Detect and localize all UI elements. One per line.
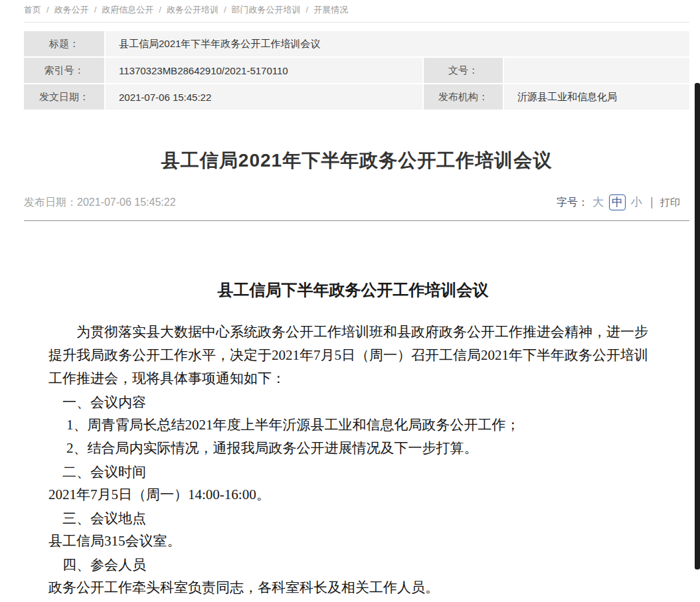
breadcrumb-separator: / — [224, 5, 226, 15]
breadcrumb-item[interactable]: 政务公开 — [54, 5, 89, 15]
meta-agency-label: 发布机构： — [424, 84, 503, 110]
meta-docnum-label: 文号： — [424, 58, 503, 83]
article-paragraph: 2、结合局内实际情况，通报我局政务公开进展情况及下一步打算。 — [66, 437, 657, 460]
font-size-label: 字号： — [557, 196, 588, 210]
meta-date-label: 发文日期： — [24, 84, 104, 110]
breadcrumb-divider — [24, 22, 689, 23]
vertical-scrollbar-thumb[interactable] — [695, 83, 700, 569]
breadcrumb-separator: / — [159, 5, 161, 15]
toolbar-separator — [652, 197, 652, 208]
meta-agency-value: 沂源县工业和信息化局 — [504, 84, 689, 110]
publish-date: 发布日期：2021-07-06 15:45:22 — [24, 196, 176, 210]
font-size-large-button[interactable]: 大 — [590, 194, 606, 210]
meta-title-value: 县工信局2021年下半年政务公开工作培训会议 — [106, 31, 689, 56]
article-paragraph: 一、会议内容 — [62, 390, 657, 414]
meta-index-value: 11370323MB28642910/2021-5170110 — [106, 58, 422, 83]
meta-date-value: 2021-07-06 15:45:22 — [106, 84, 422, 110]
article-paragraph: 为贯彻落实县大数据中心系统政务公开工作培训班和县政府政务公开工作推进会精神，进一… — [48, 321, 657, 390]
article-paragraph: 县工信局315会议室。 — [48, 530, 657, 553]
font-size-tools: 字号： 大 中 小 打印 — [557, 194, 689, 210]
breadcrumb-separator: / — [94, 5, 97, 15]
article-paragraph: 2021年7月5日（周一）14:00-16:00。 — [48, 483, 657, 506]
breadcrumb-separator: / — [46, 5, 49, 15]
font-size-medium-button[interactable]: 中 — [609, 194, 626, 210]
breadcrumb: 首页/政务公开/政府信息公开/政务公开培训/部门政务公开培训/开展情况 — [24, 0, 689, 15]
article-paragraph: 1、周青霄局长总结2021年度上半年沂源县工业和信息化局政务公开工作； — [66, 414, 657, 437]
print-button[interactable]: 打印 — [660, 196, 680, 209]
article-body-title: 县工信局下半年政务公开工作培训会议 — [48, 279, 657, 301]
breadcrumb-item[interactable]: 政务公开培训 — [167, 5, 219, 15]
breadcrumb-item[interactable]: 部门政务公开培训 — [232, 5, 301, 15]
publish-date-label: 发布日期： — [24, 196, 77, 208]
article-paragraph: 三、会议地点 — [62, 506, 657, 530]
article-meta-bar: 发布日期：2021-07-06 15:45:22 字号： 大 中 小 打印 — [24, 194, 689, 221]
meta-title-label: 标题： — [24, 31, 104, 56]
page-title: 县工信局2021年下半年政务公开工作培训会议 — [24, 148, 689, 173]
article-paragraph: 政务公开工作牵头科室负责同志，各科室科长及相关工作人员。 — [48, 576, 657, 599]
page-container: 首页/政务公开/政府信息公开/政务公开培训/部门政务公开培训/开展情况 标题： … — [24, 0, 689, 599]
article-paragraph: 四、参会人员 — [62, 553, 657, 576]
meta-docnum-value — [504, 58, 689, 83]
article-body: 为贯彻落实县大数据中心系统政务公开工作培训班和县政府政务公开工作推进会精神，进一… — [48, 321, 657, 599]
publish-date-value: 2021-07-06 15:45:22 — [77, 196, 176, 208]
article: 县工信局下半年政务公开工作培训会议 为贯彻落实县大数据中心系统政务公开工作培训班… — [24, 279, 689, 599]
article-paragraph: 二、会议时间 — [62, 460, 657, 483]
font-size-small-button[interactable]: 小 — [628, 194, 645, 210]
metadata-table: 标题： 县工信局2021年下半年政务公开工作培训会议 索引号： 11370323… — [24, 31, 689, 110]
breadcrumb-separator: / — [306, 5, 309, 15]
breadcrumb-item[interactable]: 首页 — [24, 5, 41, 15]
breadcrumb-item[interactable]: 开展情况 — [313, 5, 348, 15]
breadcrumb-item[interactable]: 政府信息公开 — [102, 5, 153, 15]
meta-index-label: 索引号： — [24, 58, 104, 83]
